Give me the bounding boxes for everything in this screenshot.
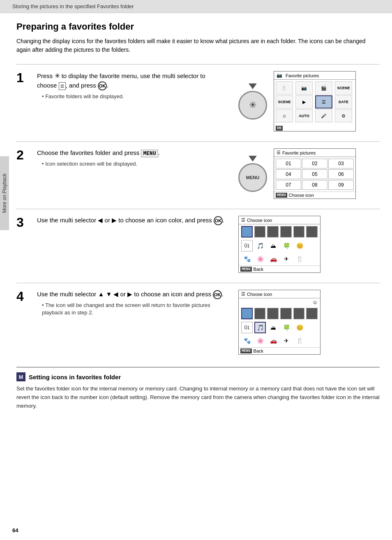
screen2-folder-grid: 01 02 03 04 05 06 07 08 09 — [274, 157, 355, 192]
step-2-text: Choose the favorites folder and press ME… — [37, 148, 226, 158]
screen3-footer: MENU Back — [239, 265, 320, 272]
color-black-4-3 — [280, 308, 292, 319]
color-black-1 — [254, 226, 266, 238]
folder-07: 07 — [276, 180, 301, 190]
folder-icon-4: ☰ — [241, 291, 245, 297]
color-blue-4 — [241, 308, 253, 319]
menu-button: MENU — [238, 163, 267, 192]
screen1-footer: OK — [274, 124, 355, 131]
grid-cell-4: SCENE — [335, 81, 352, 95]
header-text: Storing the pictures in the specified Fa… — [12, 3, 134, 9]
folder-06: 06 — [328, 169, 354, 179]
screen-3: ☰ Choose icon — [238, 216, 321, 273]
step-2: 2 Choose the favorites folder and press … — [16, 148, 380, 199]
step-1-content: Press ✳ to display the favorite menu, us… — [37, 71, 226, 100]
grid-cell-7: ☰ — [315, 95, 332, 108]
main-content: Preparing a favorites folder Changing th… — [0, 13, 392, 418]
color-black-3 — [280, 226, 292, 238]
step-3-text: Use the multi selector ◀ or ▶ to choose … — [37, 216, 226, 225]
cam-icon: 📷 — [277, 73, 282, 78]
icon-animal: 🐾 — [241, 253, 253, 265]
grid-cell-3: 🎬 — [315, 81, 332, 95]
page-number: 64 — [12, 527, 18, 533]
icon-face: 😊 — [294, 240, 305, 252]
color-row — [239, 224, 320, 239]
screen1-grid: 🍴 📷 🎬 SCENE SCENE ▶ ☰ DATE ☺ AUTO 🎤 ⚙ — [274, 80, 355, 124]
step-4-bullet: The icon will be changed and the screen … — [42, 302, 226, 316]
step-4-number: 4 — [16, 290, 33, 303]
back-text-4: Back — [254, 348, 263, 353]
screen3-header: ☰ Choose icon — [239, 216, 320, 224]
icon-car-4: 🚗 — [267, 335, 279, 346]
screen2-footer: MENU Choose icon — [274, 192, 355, 198]
screen1-header: 📷 Favorite pictures — [274, 72, 355, 80]
folder-05: 05 — [302, 169, 327, 179]
menu-label-3: MENU — [240, 267, 252, 272]
step-3-number: 3 — [16, 216, 33, 229]
icon-mountain-4: ⛰ — [267, 322, 279, 333]
ok-button-1: OK — [98, 81, 107, 90]
arrow-down-2 — [249, 156, 257, 162]
note-icon: M — [16, 372, 25, 381]
grid-cell-2: 📷 — [295, 81, 313, 95]
color-black-4-4 — [293, 308, 305, 319]
step-3-image: ☰ Choose icon — [238, 216, 321, 273]
grid-cell-6: ▶ — [295, 95, 313, 108]
icon-clover: 🍀 — [281, 240, 292, 252]
color-row-4 — [239, 306, 320, 321]
icon-flower-4: 🌸 — [254, 335, 266, 346]
sidebar-text: More on Playback — [2, 173, 7, 213]
icon-face-4: 😊 — [294, 322, 305, 333]
sidebar-label: More on Playback — [0, 156, 9, 230]
step-1-wrapper: 1 Press ✳ to display the favorite menu, … — [16, 64, 380, 132]
step-2-content: Choose the favorites folder and press ME… — [37, 148, 226, 168]
back-text-3: Back — [254, 267, 263, 272]
note-title-text: Setting icons in favorites folder — [29, 374, 121, 381]
step-1-bullet: Favorite folders will be displayed. — [42, 93, 226, 100]
step-2-image: MENU ☰ Favorite pictures 01 02 03 04 — [238, 148, 356, 199]
screen2-title: Favorite pictures — [282, 150, 316, 155]
menu-label-footer: MENU — [276, 193, 287, 198]
menu-label-4: MENU — [240, 348, 252, 353]
icons-row-4-2: 🐾 🌸 🚗 ✈ 🍴 — [239, 334, 320, 347]
color-blue — [241, 226, 253, 238]
screen3-title: Choose icon — [247, 218, 272, 223]
icon-car: 🚗 — [267, 253, 279, 265]
grid-cell-1: 🍴 — [276, 81, 293, 95]
grid-cell-12: ⚙ — [335, 109, 352, 122]
icons-row-4-1: Ŭ1 🎵 ⛰ 🍀 😊 — [239, 321, 320, 334]
screen-1: 📷 Favorite pictures 🍴 📷 🎬 SCENE SCENE ▶ … — [274, 71, 356, 132]
step-4-image: ☰ Choose icon ☺ — [238, 290, 321, 355]
icon-plane-4: ✈ — [281, 335, 292, 346]
grid-cell-10: AUTO — [295, 109, 313, 122]
step-1-text: Press ✳ to display the favorite menu, us… — [37, 71, 226, 90]
folder-02: 02 — [302, 159, 327, 168]
screen4-footer: MENU Back — [239, 347, 320, 354]
color-black-2 — [267, 226, 279, 238]
icon-food: 🍴 — [294, 253, 305, 265]
note-text: Set the favorites folder icon for the in… — [16, 385, 380, 410]
folder-03: 03 — [328, 159, 354, 168]
ok-button-3: OK — [214, 216, 223, 225]
page: Storing the pictures in the specified Fa… — [0, 0, 392, 540]
step-2-bullet: Icon selection screen will be displayed. — [42, 160, 226, 168]
page-intro: Changing the display icons for the favor… — [16, 37, 370, 54]
folder-icon-2: ☰ — [277, 150, 281, 155]
step-4: 4 Use the multi selector ▲ ▼ ◀ or ▶ to c… — [16, 290, 380, 355]
folder-08: 08 — [302, 180, 327, 190]
page-title: Preparing a favorites folder — [16, 21, 380, 32]
step-4-text: Use the multi selector ▲ ▼ ◀ or ▶ to cho… — [37, 290, 226, 299]
step-3-wrapper: 3 Use the multi selector ◀ or ▶ to choos… — [16, 209, 380, 273]
screen2-header: ☰ Favorite pictures — [274, 149, 355, 157]
star-button: ✳ — [238, 91, 267, 120]
step-3-content: Use the multi selector ◀ or ▶ to choose … — [37, 216, 226, 228]
icon-num-4: Ŭ1 — [241, 322, 253, 333]
icon-plane: ✈ — [281, 253, 292, 265]
color-black-4 — [293, 226, 305, 238]
screen-2: ☰ Favorite pictures 01 02 03 04 05 06 07… — [274, 148, 356, 199]
ok-button-4: OK — [213, 290, 222, 299]
grid-cell-9: ☺ — [276, 109, 293, 122]
choose-icon-text: Choose icon — [289, 193, 314, 198]
grid-cell-5: SCENE — [276, 95, 293, 108]
step-4-content: Use the multi selector ▲ ▼ ◀ or ▶ to cho… — [37, 290, 226, 316]
